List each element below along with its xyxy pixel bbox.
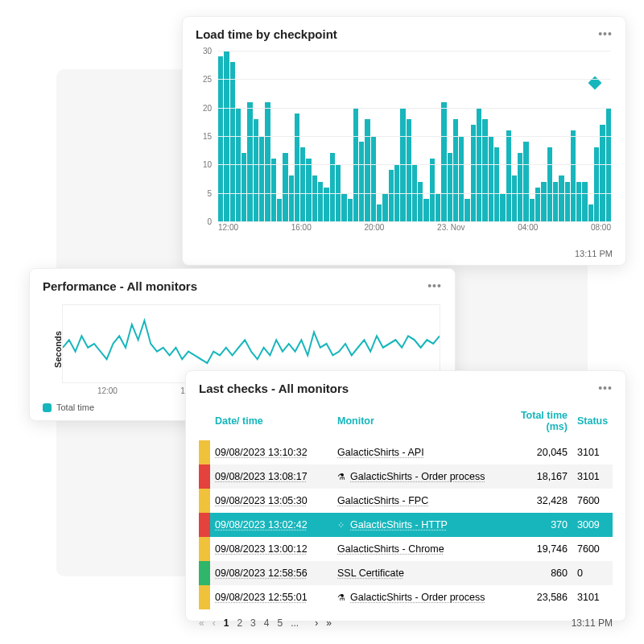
bar xyxy=(523,142,528,221)
table-row[interactable]: 09/08/2023 13:02:42⁘GalacticShirts - HTT… xyxy=(199,513,613,537)
gridline xyxy=(218,51,611,52)
status-indicator xyxy=(199,440,210,464)
bar xyxy=(547,147,552,221)
last-page-icon[interactable]: » xyxy=(326,617,332,629)
cell-datetime[interactable]: 09/08/2023 13:10:32 xyxy=(210,442,332,463)
status-indicator xyxy=(199,537,210,561)
y-tick: 10 xyxy=(203,160,212,169)
table-row[interactable]: 09/08/2023 13:00:12GalacticShirts - Chro… xyxy=(199,537,613,561)
bar xyxy=(359,142,364,221)
more-icon[interactable]: ••• xyxy=(598,381,613,395)
bar xyxy=(330,153,335,221)
flask-icon: ⚗ xyxy=(337,592,347,603)
bar xyxy=(464,199,469,221)
cell-status: 7600 xyxy=(572,539,627,559)
col-total[interactable]: Total time (ms) xyxy=(500,405,572,437)
x-tick: 08:00 xyxy=(591,223,611,236)
cell-datetime[interactable]: 09/08/2023 12:58:56 xyxy=(210,563,332,584)
page-number[interactable]: ... xyxy=(291,617,299,629)
gridline xyxy=(218,79,611,80)
more-icon[interactable]: ••• xyxy=(598,27,613,41)
bar xyxy=(348,199,353,221)
prev-page-icon[interactable]: ‹ xyxy=(213,617,216,629)
cell-total: 370 xyxy=(500,514,572,535)
col-status[interactable]: Status xyxy=(572,411,627,431)
bar xyxy=(430,159,435,221)
table-row[interactable]: 09/08/2023 12:58:56SSL Certificate8600 xyxy=(199,561,613,585)
cell-monitor[interactable]: ⚗GalacticShirts - Order process xyxy=(332,587,500,608)
bar xyxy=(489,136,493,221)
cell-status: 3009 xyxy=(572,514,627,535)
bar xyxy=(471,125,476,221)
cell-monitor[interactable]: GalacticShirts - API xyxy=(332,442,500,463)
col-monitor[interactable]: Monitor xyxy=(332,411,500,431)
x-tick: 23. Nov xyxy=(437,223,464,236)
first-page-icon[interactable]: « xyxy=(199,617,204,629)
load-time-card: Load time by checkpoint ••• 051015202530… xyxy=(182,16,626,266)
page-number[interactable]: 2 xyxy=(237,617,242,629)
cell-monitor[interactable]: ⁘GalacticShirts - HTTP xyxy=(332,514,500,535)
cell-status: 0 xyxy=(572,563,627,584)
x-tick: 20:00 xyxy=(364,223,384,236)
status-indicator xyxy=(199,513,210,537)
timestamp-label: 13:11 PM xyxy=(575,249,613,258)
y-tick: 20 xyxy=(203,103,212,112)
page-number[interactable]: 5 xyxy=(277,617,283,629)
bar xyxy=(530,199,535,221)
cell-monitor[interactable]: GalacticShirts - FPC xyxy=(332,490,500,511)
page-number[interactable]: 4 xyxy=(264,617,270,629)
bar xyxy=(500,193,505,221)
cell-total: 18,167 xyxy=(500,466,572,487)
status-indicator xyxy=(199,489,210,513)
cell-datetime[interactable]: 09/08/2023 12:55:01 xyxy=(210,587,332,608)
bar xyxy=(588,204,593,221)
bar xyxy=(247,102,252,221)
cell-datetime[interactable]: 09/08/2023 13:05:30 xyxy=(210,490,332,511)
more-icon[interactable]: ••• xyxy=(427,279,442,293)
bar xyxy=(582,182,587,221)
gridline xyxy=(218,136,611,137)
y-tick: 15 xyxy=(203,132,212,141)
table-row[interactable]: 09/08/2023 12:55:01⚗GalacticShirts - Ord… xyxy=(199,585,613,609)
bar xyxy=(382,193,387,221)
status-indicator xyxy=(199,464,210,489)
cell-total: 23,586 xyxy=(500,587,572,608)
table-row[interactable]: 09/08/2023 13:05:30GalacticShirts - FPC3… xyxy=(199,489,613,513)
table-row[interactable]: 09/08/2023 13:08:17⚗GalacticShirts - Ord… xyxy=(199,464,613,489)
cell-status: 3101 xyxy=(572,442,627,463)
bar xyxy=(418,182,423,221)
bar xyxy=(576,182,581,221)
col-datetime[interactable]: Date/ time xyxy=(210,411,332,431)
bar xyxy=(283,153,287,221)
bar xyxy=(306,159,311,221)
bar xyxy=(407,119,411,221)
cell-monitor[interactable]: ⚗GalacticShirts - Order process xyxy=(332,466,500,487)
y-tick: 5 xyxy=(207,188,212,197)
bar-chart: 051015202530 12:0016:0020:0023. Nov04:00… xyxy=(197,51,611,236)
cell-datetime[interactable]: 09/08/2023 13:08:17 xyxy=(210,466,332,487)
bar xyxy=(565,182,570,221)
next-page-icon[interactable]: › xyxy=(315,617,318,629)
y-tick: 0 xyxy=(207,217,212,226)
table-row[interactable]: 09/08/2023 13:10:32GalacticShirts - API2… xyxy=(199,440,613,464)
bar xyxy=(459,136,464,221)
cell-monitor[interactable]: GalacticShirts - Chrome xyxy=(332,539,500,559)
flask-icon: ⚗ xyxy=(337,472,347,482)
bar xyxy=(553,182,558,221)
cell-monitor[interactable]: SSL Certificate xyxy=(332,563,500,584)
cell-datetime[interactable]: 09/08/2023 13:00:12 xyxy=(210,539,332,559)
bar xyxy=(494,147,499,221)
page-number[interactable]: 1 xyxy=(224,617,229,629)
grid-icon: ⁘ xyxy=(337,520,347,530)
x-tick: 04:00 xyxy=(518,223,538,236)
bar xyxy=(289,175,294,221)
bar xyxy=(218,56,223,221)
bar xyxy=(441,102,446,221)
page-number[interactable]: 3 xyxy=(250,617,256,629)
bar xyxy=(506,130,511,221)
x-tick: 16:00 xyxy=(291,223,312,236)
cell-datetime[interactable]: 09/08/2023 13:02:42 xyxy=(210,514,332,535)
bar xyxy=(377,204,382,221)
bar xyxy=(559,175,564,221)
legend-swatch-icon xyxy=(43,403,52,412)
